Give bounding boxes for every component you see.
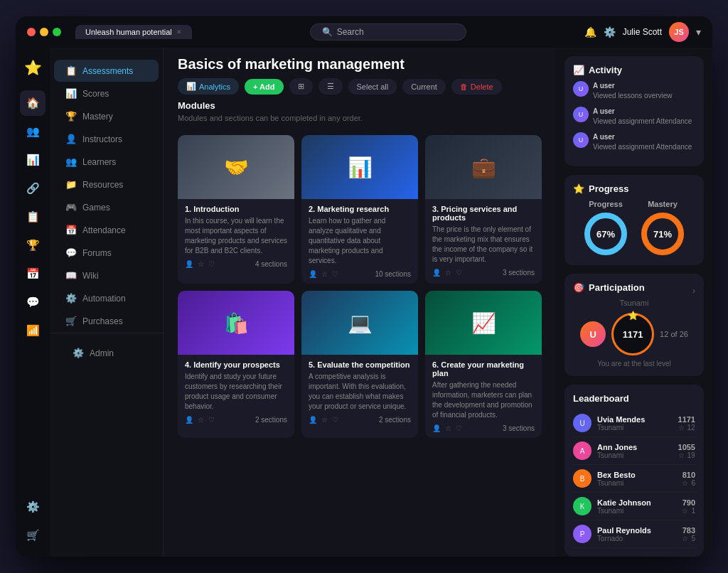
sidebar-item-purchases[interactable]: 🛒 Purchases: [54, 310, 159, 332]
heart-icon: ♡: [208, 416, 215, 424]
tab-close-icon[interactable]: ✕: [176, 28, 182, 36]
delete-button[interactable]: 🗑 Delete: [451, 79, 502, 95]
module-card[interactable]: 4. Identify your prospects Identify and …: [178, 291, 294, 438]
module-footer: 👤 ☆ ♡ 3 sections: [432, 269, 535, 277]
lb-avatar: K: [573, 497, 592, 515]
star-icon: ☆: [198, 260, 204, 268]
lb-star-icon: ☆: [682, 479, 688, 487]
module-footer: 👤 ☆ ♡ 3 sections: [432, 424, 535, 432]
sidebar-label-wiki: Wiki: [82, 271, 99, 281]
module-card[interactable]: 3. Pricing services and products The pri…: [425, 135, 542, 284]
leaderboard-card: Leaderboard U Uvia Mendes Tsunami 1171 ☆…: [564, 385, 704, 557]
sidebar-item-learners[interactable]: 👥 Learners: [54, 151, 159, 173]
module-desc: Identify and study your future customers…: [185, 372, 287, 412]
user-icon: 👤: [185, 416, 193, 424]
module-icons: 👤 ☆ ♡: [432, 269, 462, 277]
sidebar-item-wiki[interactable]: 📖 Wiki: [54, 264, 159, 286]
lb-score: 1171: [678, 415, 695, 424]
nav-settings[interactable]: ⚙️: [20, 494, 46, 520]
right-panel: 📈 Activity U A userViewed lessons overvi…: [556, 48, 712, 557]
leaderboard-item[interactable]: A Ann Jones Tsunami 1055 ☆ 19: [573, 437, 695, 465]
sidebar-item-mastery[interactable]: 🏆 Mastery: [54, 105, 159, 127]
module-card[interactable]: 6. Create your marketing plan After gath…: [425, 291, 542, 438]
nav-trophy[interactable]: 🏆: [20, 232, 46, 258]
lb-team: Tornado: [597, 535, 676, 542]
nav-users[interactable]: 👥: [20, 119, 46, 144]
progress-row: Progress 67% Mastery: [573, 200, 695, 257]
nav-signal[interactable]: 📶: [20, 318, 46, 343]
sidebar-item-assessments[interactable]: 📋 Assessments: [54, 60, 159, 82]
activity-text: A userViewed assignment Attendance: [593, 132, 692, 152]
lb-name: Bex Besto: [597, 471, 676, 479]
module-card[interactable]: 1. Introduction In this course, you will…: [178, 135, 294, 284]
lb-star-icon: ☆: [682, 535, 688, 542]
module-card[interactable]: 2. Marketing research Learn how to gathe…: [301, 135, 418, 284]
lb-icons: ☆ 6: [682, 479, 695, 487]
module-sections: 2 sections: [255, 416, 287, 424]
current-button[interactable]: Current: [402, 79, 446, 95]
scores-icon: 📊: [65, 88, 77, 99]
leaderboard-item[interactable]: K Katie Johnson Tsunami 790 ☆ 1: [573, 493, 695, 520]
url-bar[interactable]: 🔍 Search: [310, 23, 466, 41]
module-icons: 👤 ☆ ♡: [432, 424, 462, 432]
chevron-down-icon[interactable]: ▾: [696, 26, 701, 38]
progress-value: 67%: [596, 229, 615, 240]
sidebar-item-attendance[interactable]: 📅 Attendance: [54, 219, 159, 241]
lb-info: Ann Jones Tsunami: [597, 443, 673, 459]
lb-info: Uvia Mendes Tsunami: [597, 415, 673, 432]
module-sections: 3 sections: [503, 269, 535, 277]
grid-button[interactable]: ⊞: [289, 78, 313, 95]
module-body: 6. Create your marketing plan After gath…: [425, 355, 542, 438]
module-icons: 👤 ☆ ♡: [185, 416, 215, 424]
progress-icon: ⭐: [573, 183, 584, 194]
module-desc: The price is the only element of the mar…: [432, 225, 535, 264]
nav-chat[interactable]: 💬: [20, 289, 46, 315]
sidebar-item-automation[interactable]: ⚙️ Automation: [54, 287, 159, 309]
chevron-right-icon[interactable]: ›: [692, 286, 695, 296]
notification-icon[interactable]: 🔔: [584, 26, 596, 38]
nav-courses[interactable]: 📋: [20, 204, 46, 230]
lb-name: Uvia Mendes: [597, 415, 673, 424]
settings-icon[interactable]: ⚙️: [604, 26, 616, 38]
user-icon: 👤: [185, 260, 193, 268]
sidebar-item-admin[interactable]: ⚙️ Admin: [61, 342, 151, 364]
nav-analytics[interactable]: 📊: [20, 147, 46, 173]
mastery-item: Mastery 71%: [640, 200, 685, 257]
star-icon: ☆: [445, 424, 451, 432]
course-title: Basics of marketing management: [178, 56, 542, 73]
select-all-button[interactable]: Select all: [348, 79, 397, 95]
nav-home[interactable]: 🏠: [20, 90, 46, 116]
module-image: [301, 291, 418, 355]
module-body: 1. Introduction In this course, you will…: [178, 199, 294, 274]
leaderboard-item[interactable]: P Paul Reynolds Tornado 783 ☆ 5: [573, 520, 695, 548]
progress-title: ⭐ Progress: [573, 183, 695, 194]
delete-icon: 🗑: [460, 82, 468, 91]
lb-name: Katie Johnson: [597, 498, 676, 507]
tl-green[interactable]: [53, 28, 61, 36]
tl-red[interactable]: [27, 28, 36, 36]
module-image: [425, 135, 542, 199]
nav-connect[interactable]: 🔗: [20, 176, 46, 201]
analytics-button[interactable]: 📊 Analytics: [178, 78, 239, 95]
sidebar-item-instructors[interactable]: 👤 Instructors: [54, 128, 159, 150]
module-title: 4. Identify your prospects: [185, 360, 287, 369]
nav-cart[interactable]: 🛒: [20, 523, 46, 548]
sidebar-item-games[interactable]: 🎮 Games: [54, 196, 159, 218]
user-avatar[interactable]: JS: [669, 22, 689, 42]
sidebar-item-forums[interactable]: 💬 Forums: [54, 242, 159, 264]
content-area: Basics of marketing management 📊 Analyti…: [164, 48, 556, 557]
add-button[interactable]: + Add: [245, 79, 283, 95]
tl-yellow[interactable]: [40, 28, 48, 36]
participation-rank: 12 of 26: [660, 330, 688, 338]
leaderboard-item[interactable]: B Bex Besto Tsunami 810 ☆ 6: [573, 465, 695, 493]
sidebar-label-resources: Resources: [82, 180, 123, 190]
module-card[interactable]: 5. Evaluate the competition A competitiv…: [301, 291, 418, 438]
search-placeholder: Search: [337, 27, 364, 37]
list-button[interactable]: ☰: [318, 78, 343, 95]
lb-star-icon: ☆: [678, 424, 685, 432]
sidebar-item-scores[interactable]: 📊 Scores: [54, 82, 159, 105]
sidebar-item-resources[interactable]: 📁 Resources: [54, 173, 159, 196]
leaderboard-item[interactable]: U Uvia Mendes Tsunami 1171 ☆ 12: [573, 409, 695, 437]
nav-calendar[interactable]: 📅: [20, 261, 46, 286]
browser-tab-active[interactable]: Unleash human potential ✕: [75, 25, 192, 39]
